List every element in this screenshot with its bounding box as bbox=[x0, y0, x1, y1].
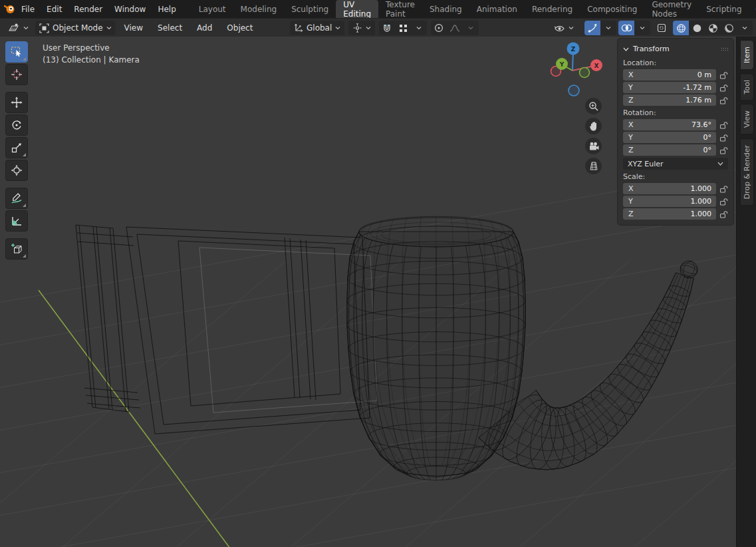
menu-object[interactable]: Object bbox=[221, 19, 259, 37]
tab-rendering[interactable]: Rendering bbox=[525, 0, 580, 18]
menu-help[interactable]: Help bbox=[152, 0, 182, 18]
rotation-z-row: Z0° bbox=[623, 144, 728, 156]
orientation-axes-icon bbox=[294, 23, 303, 33]
tab-layout[interactable]: Layout bbox=[191, 0, 233, 18]
tool-shelf bbox=[5, 41, 28, 261]
sidebar-tab-item[interactable]: Item bbox=[740, 40, 754, 70]
add-workspace-button[interactable]: + bbox=[749, 0, 756, 18]
scale-y-field[interactable]: Y1.000 bbox=[623, 196, 716, 207]
tool-measure[interactable] bbox=[5, 210, 28, 232]
show-gizmo-toggle[interactable] bbox=[584, 21, 600, 35]
tab-scripting[interactable]: Scripting bbox=[699, 0, 749, 18]
menu-select[interactable]: Select bbox=[152, 19, 188, 37]
panel-drag-handle[interactable] bbox=[721, 47, 728, 51]
view-perspective-label: User Perspective bbox=[43, 42, 140, 54]
tool-move[interactable] bbox=[5, 92, 28, 113]
scale-z-lock[interactable] bbox=[716, 210, 728, 218]
tab-compositing[interactable]: Compositing bbox=[580, 0, 644, 18]
show-overlays-toggle[interactable] bbox=[618, 21, 634, 35]
menu-window[interactable]: Window bbox=[108, 0, 152, 18]
shading-rendered-button[interactable] bbox=[721, 21, 737, 35]
sidebar-tab-view[interactable]: View bbox=[740, 104, 754, 134]
camera-view-button[interactable] bbox=[585, 138, 602, 154]
scale-x-row: X1.000 bbox=[623, 183, 728, 194]
shading-material-button[interactable] bbox=[705, 21, 721, 35]
shading-mode-controls bbox=[673, 21, 753, 35]
rotation-y-lock[interactable] bbox=[716, 134, 728, 142]
workspace-tabs: Layout Modeling Sculpting UV Editing Tex… bbox=[191, 0, 756, 18]
scale-z-field[interactable]: Z1.000 bbox=[623, 208, 716, 220]
snap-dropdown-chevron[interactable] bbox=[411, 21, 427, 35]
zoom-button[interactable] bbox=[585, 98, 602, 114]
blender-logo-icon[interactable] bbox=[4, 0, 15, 18]
tool-cursor[interactable] bbox=[5, 64, 28, 85]
scale-y-lock[interactable] bbox=[716, 198, 728, 206]
snap-toggle-button[interactable] bbox=[379, 21, 395, 35]
sidebar-tab-tool[interactable]: Tool bbox=[740, 73, 754, 100]
tool-add-cube[interactable] bbox=[5, 238, 28, 260]
ortho-toggle-button[interactable] bbox=[585, 158, 602, 174]
rotation-x-field[interactable]: X73.6° bbox=[623, 119, 716, 130]
menu-view[interactable]: View bbox=[118, 19, 149, 37]
shading-dropdown-chevron[interactable] bbox=[737, 21, 753, 35]
falloff-chevron[interactable] bbox=[463, 21, 479, 35]
tab-geometry-nodes[interactable]: Geometry Nodes bbox=[644, 0, 699, 18]
menu-file[interactable]: File bbox=[15, 0, 41, 18]
panel-title: Transform bbox=[633, 45, 670, 53]
sidebar-tab-drop-render[interactable]: Drop & Render bbox=[740, 138, 754, 206]
rotation-z-lock[interactable] bbox=[716, 146, 728, 154]
gizmo-dropdown-chevron[interactable] bbox=[600, 21, 616, 35]
sidebar-tab-strip: Item Tool View Drop & Render bbox=[736, 37, 756, 547]
editor-type-icon bbox=[8, 23, 20, 33]
rotate-icon bbox=[11, 119, 23, 131]
svg-text:X: X bbox=[594, 63, 599, 69]
scale-x-field[interactable]: X1.000 bbox=[623, 183, 716, 194]
tab-shading[interactable]: Shading bbox=[422, 0, 469, 18]
tab-uv-editing[interactable]: UV Editing bbox=[336, 0, 378, 18]
proportional-falloff-dropdown[interactable] bbox=[447, 21, 463, 35]
rotation-y-field[interactable]: Y0° bbox=[623, 132, 716, 143]
eye-icon bbox=[554, 24, 565, 33]
rotation-mode-dropdown[interactable]: XYZ Euler bbox=[623, 158, 728, 170]
blender-window: File Edit Render Window Help Layout Mode… bbox=[0, 0, 756, 547]
camera-icon bbox=[588, 142, 599, 151]
shading-solid-button[interactable] bbox=[689, 21, 705, 35]
menu-edit[interactable]: Edit bbox=[41, 0, 68, 18]
tab-sculpting[interactable]: Sculpting bbox=[284, 0, 336, 18]
transform-orientation-dropdown[interactable]: Global bbox=[290, 21, 344, 35]
mode-dropdown[interactable]: Object Mode bbox=[35, 21, 116, 35]
editor-type-button[interactable] bbox=[4, 21, 33, 35]
menu-render[interactable]: Render bbox=[68, 0, 108, 18]
location-x-row: X0 m bbox=[623, 69, 728, 81]
scale-x-lock[interactable] bbox=[716, 185, 728, 193]
tool-rotate[interactable] bbox=[5, 114, 28, 136]
tool-annotate[interactable] bbox=[5, 188, 28, 209]
visibility-dropdown[interactable] bbox=[550, 21, 578, 35]
pan-button[interactable] bbox=[585, 118, 602, 134]
tab-modeling[interactable]: Modeling bbox=[233, 0, 285, 18]
location-y-lock[interactable] bbox=[716, 84, 728, 92]
tab-animation[interactable]: Animation bbox=[469, 0, 525, 18]
tool-scale[interactable] bbox=[5, 137, 28, 158]
navigation-gizmo[interactable]: X Y Z bbox=[551, 43, 603, 96]
xray-toggle[interactable] bbox=[657, 23, 666, 33]
transform-panel-header[interactable]: Transform bbox=[623, 42, 728, 56]
tab-texture-paint[interactable]: Texture Paint bbox=[378, 0, 422, 18]
location-z-lock[interactable] bbox=[716, 96, 728, 104]
tool-transform[interactable] bbox=[5, 160, 28, 181]
location-z-field[interactable]: Z1.76 m bbox=[623, 94, 716, 106]
pivot-point-dropdown[interactable] bbox=[348, 21, 375, 35]
location-x-field[interactable]: X0 m bbox=[623, 69, 716, 81]
proportional-edit-toggle[interactable] bbox=[431, 21, 447, 35]
rotation-z-field[interactable]: Z0° bbox=[623, 144, 716, 156]
rotation-x-lock[interactable] bbox=[716, 121, 728, 129]
snap-to-dropdown[interactable] bbox=[395, 21, 411, 35]
shading-wireframe-button[interactable] bbox=[673, 21, 689, 35]
menu-add[interactable]: Add bbox=[191, 19, 218, 37]
overlays-dropdown-chevron[interactable] bbox=[634, 21, 650, 35]
tool-select-box[interactable] bbox=[5, 41, 28, 63]
location-y-field[interactable]: Y-1.72 m bbox=[623, 82, 716, 93]
unlock-icon bbox=[719, 84, 728, 92]
unlock-icon bbox=[719, 210, 728, 218]
location-x-lock[interactable] bbox=[716, 71, 728, 79]
